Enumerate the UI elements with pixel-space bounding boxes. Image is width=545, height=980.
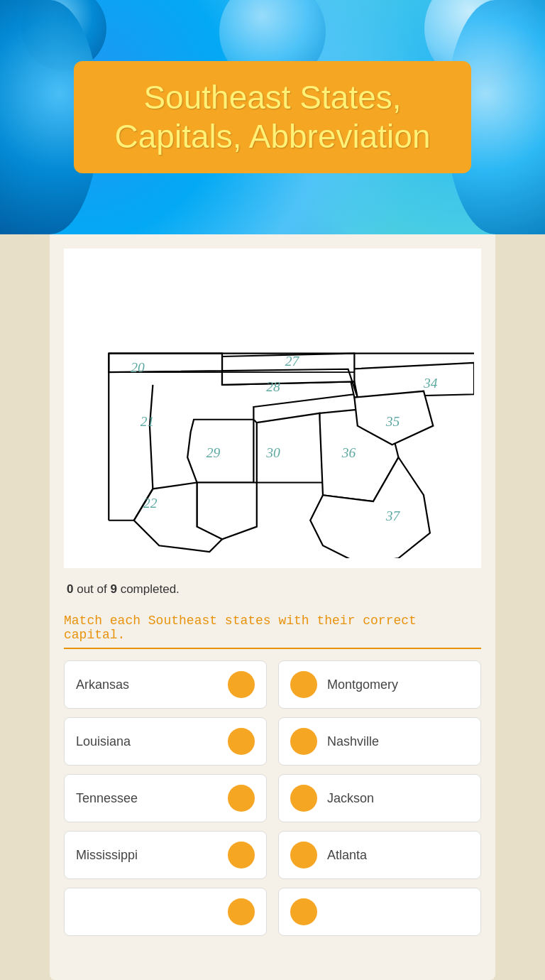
match-section: Match each Southeast states with their c… (64, 614, 481, 936)
connector-dot-atlanta-right[interactable] (290, 842, 317, 869)
state-label-louisiana: Louisiana (76, 734, 228, 749)
connector-dot-louisiana-left[interactable] (228, 728, 255, 755)
map-container: 20 21 22 27 28 29 30 34 35 36 37 (64, 249, 481, 568)
connector-dot-mississippi-left[interactable] (228, 842, 255, 869)
capital-card-atlanta[interactable]: Atlanta (278, 831, 481, 879)
match-title: Match each Southeast states with their c… (64, 614, 481, 649)
svg-text:37: 37 (385, 508, 401, 523)
capital-card-5[interactable] (278, 888, 481, 936)
svg-text:29: 29 (207, 445, 221, 460)
connector-dot-tennessee-left[interactable] (228, 785, 255, 812)
main-content: 20 21 22 27 28 29 30 34 35 36 37 0 out o… (50, 234, 495, 980)
connector-dot-montgomery-right[interactable] (290, 671, 317, 698)
match-row-1: Arkansas Montgomery (64, 660, 481, 709)
svg-text:28: 28 (266, 379, 280, 394)
svg-text:21: 21 (141, 414, 155, 429)
connector-dot-5-right[interactable] (290, 898, 317, 925)
match-row-2: Louisiana Nashville (64, 717, 481, 766)
capital-label-montgomery: Montgomery (327, 677, 469, 692)
capital-label-nashville: Nashville (327, 734, 469, 749)
match-row-5 (64, 888, 481, 936)
state-label-tennessee: Tennessee (76, 791, 228, 806)
svg-text:22: 22 (143, 496, 158, 511)
state-label-mississippi: Mississippi (76, 848, 228, 863)
page-title: Southeast States, Capitals, Abbreviation (102, 78, 443, 156)
capital-label-atlanta: Atlanta (327, 848, 469, 863)
capital-card-jackson[interactable]: Jackson (278, 774, 481, 822)
match-row-3: Tennessee Jackson (64, 774, 481, 822)
state-card-arkansas[interactable]: Arkansas (64, 660, 267, 709)
connector-dot-5-left[interactable] (228, 898, 255, 925)
svg-text:20: 20 (131, 360, 145, 375)
state-card-louisiana[interactable]: Louisiana (64, 717, 267, 766)
capital-card-nashville[interactable]: Nashville (278, 717, 481, 766)
southeast-map: 20 21 22 27 28 29 30 34 35 36 37 (71, 256, 474, 558)
svg-text:36: 36 (341, 445, 356, 460)
state-card-5[interactable] (64, 888, 267, 936)
svg-text:34: 34 (423, 376, 438, 391)
state-card-tennessee[interactable]: Tennessee (64, 774, 267, 822)
match-pairs-container: Arkansas Montgomery Louisiana (64, 660, 481, 936)
svg-text:27: 27 (285, 354, 300, 369)
connector-dot-arkansas-left[interactable] (228, 671, 255, 698)
progress-total: 9 (110, 582, 116, 596)
match-row-4: Mississippi Atlanta (64, 831, 481, 879)
capital-card-montgomery[interactable]: Montgomery (278, 660, 481, 709)
connector-dot-nashville-right[interactable] (290, 728, 317, 755)
state-label-arkansas: Arkansas (76, 677, 228, 692)
capital-label-jackson: Jackson (327, 791, 469, 806)
svg-marker-1 (187, 420, 253, 483)
hero-section: Southeast States, Capitals, Abbreviation (0, 0, 545, 234)
progress-text: 0 out of 9 completed. (67, 582, 478, 597)
svg-text:35: 35 (385, 414, 400, 429)
progress-label: completed. (121, 582, 180, 596)
connector-dot-jackson-right[interactable] (290, 785, 317, 812)
title-box: Southeast States, Capitals, Abbreviation (74, 61, 471, 173)
progress-current: 0 (67, 582, 73, 596)
svg-text:30: 30 (265, 445, 280, 460)
state-card-mississippi[interactable]: Mississippi (64, 831, 267, 879)
